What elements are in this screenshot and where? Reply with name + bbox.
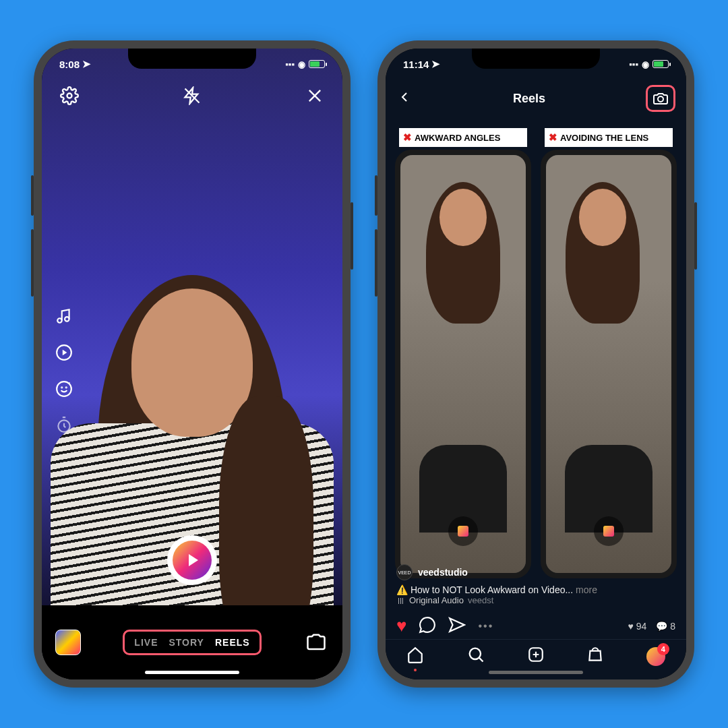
signal-icon: ▪▪▪ <box>285 59 295 69</box>
nav-shop[interactable] <box>586 646 604 667</box>
notification-badge: 4 <box>657 643 669 655</box>
author-username[interactable]: veedstudio <box>418 567 468 578</box>
signal-icon: ▪▪▪ <box>629 59 638 69</box>
back-button[interactable] <box>396 89 413 108</box>
svg-point-4 <box>57 318 62 323</box>
timer-tool[interactable] <box>53 414 75 437</box>
svg-point-9 <box>61 387 62 388</box>
reel-caption[interactable]: ⚠️ How to NOT Look Awkward on Video... m… <box>396 584 675 595</box>
more-options-button[interactable]: ••• <box>478 620 493 632</box>
home-indicator[interactable] <box>489 671 583 674</box>
like-count[interactable]: ♥ 94 <box>628 621 647 632</box>
bottom-nav: 4 <box>386 639 686 673</box>
comparison-phone-left: ✖ AWKWARD ANGLES 12:19 <box>395 150 531 578</box>
camera-button-highlight[interactable] <box>646 85 675 112</box>
close-button[interactable] <box>305 86 325 106</box>
more-link[interactable]: more <box>576 584 597 595</box>
gallery-button[interactable] <box>55 630 81 655</box>
shutter-button[interactable] <box>167 535 217 585</box>
comment-count[interactable]: 💬 8 <box>656 621 675 632</box>
phone-left: 8:08 ➤ ▪▪▪ ◉ <box>34 40 351 688</box>
screen-left: 8:08 ➤ ▪▪▪ ◉ <box>42 49 342 679</box>
tab-reels[interactable]: REELS <box>215 637 250 648</box>
status-time: 8:08 <box>59 59 80 70</box>
battery-icon <box>309 60 325 68</box>
svg-point-8 <box>57 382 71 396</box>
svg-line-14 <box>479 657 483 661</box>
reel-metadata: VEED veedstudio ⚠️ How to NOT Look Awkwa… <box>396 564 675 605</box>
wifi-icon: ◉ <box>642 59 649 69</box>
svg-point-0 <box>67 94 72 98</box>
mode-tabs-highlight: LIVE STORY REELS <box>123 630 261 655</box>
record-icon <box>594 516 624 546</box>
comment-button[interactable] <box>419 616 436 636</box>
x-icon: ✖ <box>403 131 412 144</box>
tab-story[interactable]: STORY <box>169 637 204 648</box>
effects-tool[interactable] <box>53 377 75 400</box>
nav-create[interactable] <box>527 646 545 667</box>
svg-point-13 <box>469 648 480 659</box>
svg-point-10 <box>66 387 67 388</box>
tab-live[interactable]: LIVE <box>134 637 158 648</box>
page-title: Reels <box>513 92 545 106</box>
svg-point-12 <box>658 96 663 102</box>
speed-tool[interactable] <box>53 341 75 364</box>
audio-attribution[interactable]: ⫼ Original Audio veedst <box>396 595 675 605</box>
comparison-phone-right: ✖ AVOIDING THE LENS 12:19 <box>541 150 677 578</box>
phone-right: 11:14 ➤ ▪▪▪ ◉ Reels ✖ AWKWARD ANGLES <box>377 40 694 688</box>
x-icon: ✖ <box>549 131 557 144</box>
svg-marker-7 <box>63 350 67 356</box>
reel-video-area[interactable]: ✖ AWKWARD ANGLES 12:19 ✖ AV <box>386 150 686 578</box>
status-time: 11:14 <box>403 59 429 70</box>
music-tool[interactable] <box>53 305 75 328</box>
nav-profile[interactable]: 4 <box>646 647 665 666</box>
flip-camera-button[interactable] <box>303 630 329 655</box>
home-indicator[interactable] <box>145 671 239 674</box>
reels-icon <box>173 541 212 580</box>
overlay-label-avoiding: ✖ AVOIDING THE LENS <box>545 128 673 147</box>
audio-icon: ⫼ <box>396 595 405 605</box>
author-avatar[interactable]: VEED <box>396 564 413 580</box>
settings-button[interactable] <box>59 86 80 106</box>
like-button[interactable]: ♥ <box>396 615 406 636</box>
wifi-icon: ◉ <box>298 59 305 69</box>
nav-search[interactable] <box>466 645 485 668</box>
record-icon <box>448 516 478 546</box>
creative-tools <box>53 305 75 437</box>
battery-icon <box>653 60 669 68</box>
share-button[interactable] <box>448 616 466 636</box>
flash-off-button[interactable] <box>182 86 202 106</box>
overlay-label-awkward: ✖ AWKWARD ANGLES <box>399 128 527 147</box>
reels-header: Reels <box>386 82 686 115</box>
svg-point-5 <box>65 317 69 322</box>
screen-right: 11:14 ➤ ▪▪▪ ◉ Reels ✖ AWKWARD ANGLES <box>386 49 686 679</box>
nav-home[interactable] <box>406 646 424 667</box>
